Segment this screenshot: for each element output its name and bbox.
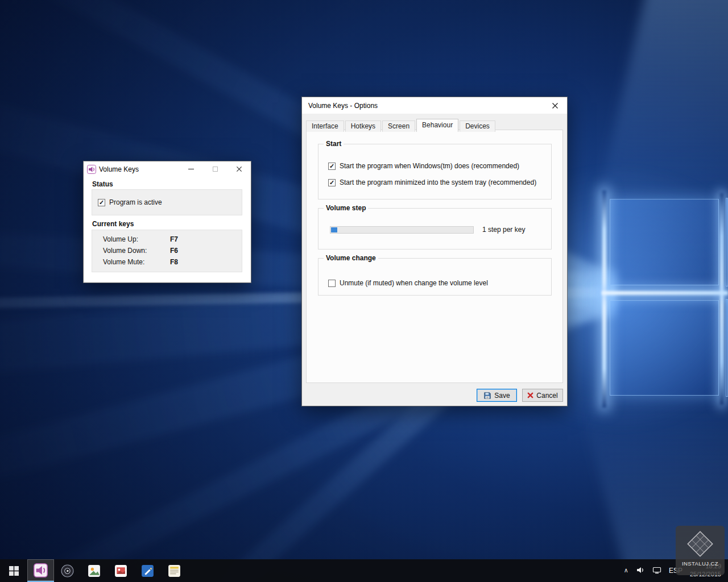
watermark-instaluj: INSTALUJ.CZ <box>676 526 725 575</box>
volume-keys-app-icon <box>87 165 96 174</box>
cancel-icon <box>527 392 533 398</box>
minimize-icon <box>188 169 194 169</box>
tab-screen[interactable]: Screen <box>382 120 415 132</box>
start-group: Start ✓ Start the program when Windows(t… <box>318 144 552 199</box>
media-player-icon <box>60 564 75 578</box>
key-value: F7 <box>170 235 178 243</box>
taskbar-app-volume-keys[interactable] <box>27 559 54 582</box>
minimize-button[interactable] <box>179 161 203 177</box>
volume-step-slider[interactable] <box>330 226 474 234</box>
checkbox-box: ✓ <box>98 199 105 206</box>
photo-app-icon <box>114 564 128 578</box>
checkbox-box: ✓ <box>328 163 336 170</box>
taskbar: ∧ ESP 18:29 25/12/2015 <box>0 559 728 582</box>
key-label: Volume Down: <box>103 247 170 255</box>
volume-keys-icon <box>34 563 48 577</box>
close-icon <box>552 102 559 109</box>
maximize-button-disabled <box>203 161 227 177</box>
current-keys-panel: Volume Up: F7 Volume Down: F6 Volume Mut… <box>92 230 242 272</box>
close-button[interactable] <box>543 98 567 113</box>
maximize-icon <box>213 167 218 172</box>
save-icon <box>483 392 491 400</box>
close-button[interactable] <box>227 161 251 177</box>
tray-network-icon[interactable] <box>652 566 661 576</box>
checkbox-label: Unmute (if muted) when change the volume… <box>340 279 488 287</box>
save-button-label: Save <box>494 392 510 400</box>
tab-interface[interactable]: Interface <box>306 120 344 132</box>
tab-strip: Interface Hotkeys Screen Behaviour Devic… <box>306 119 497 132</box>
key-row: Volume Up: F7 <box>103 235 178 243</box>
chevron-up-icon[interactable]: ∧ <box>624 567 628 574</box>
image-viewer-icon <box>87 564 101 578</box>
checkbox-label: Start the program minimized into the sys… <box>340 178 536 186</box>
current-keys-group-title: Current keys <box>92 220 134 228</box>
start-minimized-checkbox[interactable]: ✓ Start the program minimized into the s… <box>328 178 536 186</box>
volume-change-group-title: Volume change <box>324 254 378 262</box>
taskbar-app-editor[interactable] <box>134 559 161 582</box>
instaluj-diamond-icon <box>684 527 717 562</box>
tab-devices[interactable]: Devices <box>460 120 495 132</box>
taskbar-app-media-player[interactable] <box>54 559 81 582</box>
status-group-panel: ✓ Program is active <box>92 189 242 215</box>
cancel-button[interactable]: Cancel <box>522 389 563 402</box>
options-dialog: Volume Keys - Options Interface Hotkeys … <box>301 97 568 406</box>
checkbox-box <box>328 280 336 287</box>
save-button[interactable]: Save <box>477 389 517 402</box>
dialog-title: Volume Keys - Options <box>308 102 543 110</box>
volume-change-group: Volume change Unmute (if muted) when cha… <box>318 258 552 296</box>
taskbar-app-image-viewer[interactable] <box>81 559 107 582</box>
slider-thumb[interactable] <box>331 227 337 232</box>
key-value: F8 <box>170 258 178 266</box>
behaviour-tab-page: Start ✓ Start the program when Windows(t… <box>306 130 563 383</box>
unmute-checkbox[interactable]: Unmute (if muted) when change the volume… <box>328 279 488 287</box>
window-title: Volume Keys <box>99 165 179 173</box>
program-active-checkbox[interactable]: ✓ Program is active <box>98 198 162 206</box>
checkbox-box: ✓ <box>328 179 336 186</box>
cancel-button-label: Cancel <box>536 392 557 400</box>
taskbar-app-photo-app[interactable] <box>107 559 134 582</box>
key-row: Volume Down: F6 <box>103 247 178 255</box>
start-with-windows-checkbox[interactable]: ✓ Start the program when Windows(tm) doe… <box>328 162 519 170</box>
watermark-text: INSTALUJ.CZ <box>682 560 718 567</box>
key-value: F6 <box>170 247 178 255</box>
checkbox-label: Program is active <box>109 198 162 206</box>
start-group-title: Start <box>324 140 344 148</box>
tray-volume-icon[interactable] <box>636 566 645 576</box>
key-label: Volume Up: <box>103 235 170 243</box>
step-value-label: 1 step per key <box>482 226 525 234</box>
desktop: Volume Keys Status ✓ Program is active C… <box>0 0 728 582</box>
close-icon <box>236 166 242 172</box>
status-group-title: Status <box>92 180 113 188</box>
key-label: Volume Mute: <box>103 258 170 266</box>
taskbar-app-notes[interactable] <box>161 559 188 582</box>
tab-hotkeys[interactable]: Hotkeys <box>345 120 381 132</box>
editor-icon <box>140 564 155 578</box>
start-button[interactable] <box>0 559 27 582</box>
titlebar[interactable]: Volume Keys - Options <box>302 97 567 114</box>
volume-step-slider-row: 1 step per key <box>330 226 525 234</box>
tab-behaviour[interactable]: Behaviour <box>416 119 458 132</box>
volume-keys-window: Volume Keys Status ✓ Program is active C… <box>83 161 251 283</box>
titlebar[interactable]: Volume Keys <box>84 161 251 177</box>
checkbox-label: Start the program when Windows(tm) does … <box>340 162 519 170</box>
notes-icon <box>167 564 181 578</box>
key-row: Volume Mute: F8 <box>103 258 178 266</box>
volume-step-group: Volume step 1 step per key <box>318 208 552 250</box>
windows-logo-icon <box>9 566 19 576</box>
volume-step-group-title: Volume step <box>324 204 368 212</box>
